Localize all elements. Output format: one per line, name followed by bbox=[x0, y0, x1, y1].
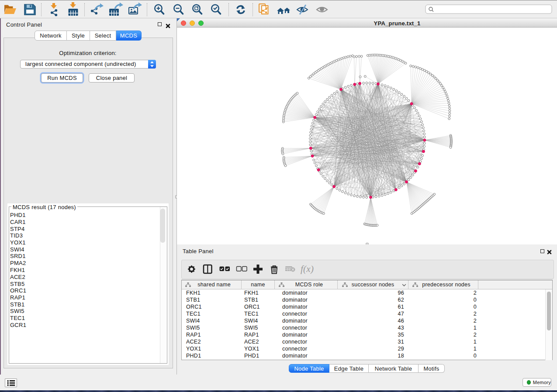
svg-text:f(x): f(x) bbox=[301, 264, 314, 274]
